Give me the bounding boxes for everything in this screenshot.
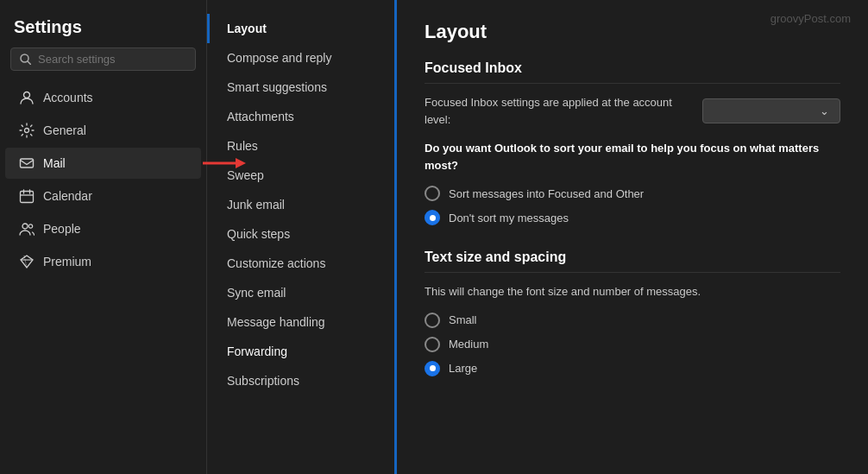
middle-item-customize[interactable]: Customize actions xyxy=(207,249,394,278)
middle-item-subscriptions[interactable]: Subscriptions xyxy=(207,366,394,395)
focused-inbox-section: Focused Inbox Focused Inbox settings are… xyxy=(425,60,840,225)
sidebar-item-calendar-label: Calendar xyxy=(43,189,92,203)
middle-item-attachments[interactable]: Attachments xyxy=(207,102,394,131)
radio-sort[interactable]: Sort messages into Focused and Other xyxy=(425,186,840,201)
middle-item-compose[interactable]: Compose and reply xyxy=(207,43,394,73)
chevron-down-icon: ⌄ xyxy=(820,104,829,117)
svg-rect-7 xyxy=(21,192,34,203)
radio-medium[interactable]: Medium xyxy=(425,337,840,352)
sidebar-item-calendar[interactable]: Calendar xyxy=(5,180,201,212)
svg-point-3 xyxy=(25,129,29,133)
radio-small[interactable]: Small xyxy=(425,313,840,328)
svg-point-11 xyxy=(22,224,28,229)
search-box[interactable] xyxy=(10,47,196,71)
text-size-description: This will change the font size and numbe… xyxy=(425,283,840,300)
radio-large-label: Large xyxy=(449,362,477,375)
radio-nosort-label: Don't sort my messages xyxy=(449,212,569,224)
sidebar-item-accounts[interactable]: Accounts xyxy=(5,82,201,113)
sidebar-item-mail[interactable]: Mail xyxy=(5,148,201,179)
radio-nosort[interactable]: Don't sort my messages xyxy=(425,210,840,225)
text-size-title: Text size and spacing xyxy=(425,250,840,273)
middle-item-smart[interactable]: Smart suggestions xyxy=(207,73,394,102)
mail-icon xyxy=(19,155,35,171)
radio-medium-circle xyxy=(425,337,440,352)
watermark: groovyPost.com xyxy=(771,12,851,25)
calendar-icon xyxy=(19,188,35,204)
person-icon xyxy=(19,90,35,105)
middle-item-sync[interactable]: Sync email xyxy=(207,278,394,307)
people-icon xyxy=(19,221,35,237)
focused-inbox-dropdown[interactable]: ⌄ xyxy=(702,98,840,123)
radio-sort-circle xyxy=(425,186,440,201)
sidebar-item-accounts-label: Accounts xyxy=(43,91,93,104)
main-content: groovyPost.com Layout Focused Inbox Focu… xyxy=(397,0,868,474)
middle-column: Layout Compose and reply Smart suggestio… xyxy=(207,0,397,474)
radio-sort-label: Sort messages into Focused and Other xyxy=(449,187,644,200)
mail-arrow-indicator xyxy=(203,154,246,173)
radio-small-circle xyxy=(425,313,440,328)
svg-point-2 xyxy=(24,92,30,98)
svg-line-1 xyxy=(28,61,31,65)
gear-icon xyxy=(19,123,35,138)
sidebar-item-premium-label: Premium xyxy=(43,255,91,269)
radio-medium-label: Medium xyxy=(449,338,488,351)
sidebar-item-mail-label: Mail xyxy=(43,156,66,170)
radio-small-label: Small xyxy=(449,313,477,326)
svg-rect-4 xyxy=(21,159,34,167)
text-size-section: Text size and spacing This will change t… xyxy=(425,250,840,376)
diamond-icon xyxy=(19,254,35,269)
sidebar-item-people[interactable]: People xyxy=(5,213,201,244)
svg-marker-6 xyxy=(236,158,246,168)
focused-inbox-title: Focused Inbox xyxy=(425,60,840,84)
sidebar-item-premium[interactable]: Premium xyxy=(5,246,201,277)
middle-item-message[interactable]: Message handling xyxy=(207,307,394,337)
svg-marker-13 xyxy=(21,256,33,268)
middle-item-forwarding[interactable]: Forwarding xyxy=(207,337,394,366)
radio-nosort-circle xyxy=(425,210,440,225)
sidebar-item-general-label: General xyxy=(43,123,86,137)
focused-inbox-label: Focused Inbox settings are applied at th… xyxy=(425,94,701,128)
radio-large-circle xyxy=(425,361,440,376)
search-icon xyxy=(20,54,31,65)
svg-point-12 xyxy=(28,224,32,228)
focused-inbox-row: Focused Inbox settings are applied at th… xyxy=(425,94,840,128)
dropdown-value xyxy=(714,104,754,117)
radio-large[interactable]: Large xyxy=(425,361,840,376)
sidebar-item-people-label: People xyxy=(43,222,81,236)
focused-inbox-question: Do you want Outlook to sort your email t… xyxy=(425,140,840,174)
middle-item-quicksteps[interactable]: Quick steps xyxy=(207,219,394,249)
sidebar-title: Settings xyxy=(0,10,206,47)
sidebar: Settings Accounts General xyxy=(0,0,207,474)
search-input[interactable] xyxy=(38,53,186,66)
sidebar-item-general[interactable]: General xyxy=(5,115,201,146)
forwarding-label: Forwarding xyxy=(227,344,287,358)
middle-item-junk[interactable]: Junk email xyxy=(207,190,394,219)
middle-item-layout[interactable]: Layout xyxy=(207,14,394,43)
